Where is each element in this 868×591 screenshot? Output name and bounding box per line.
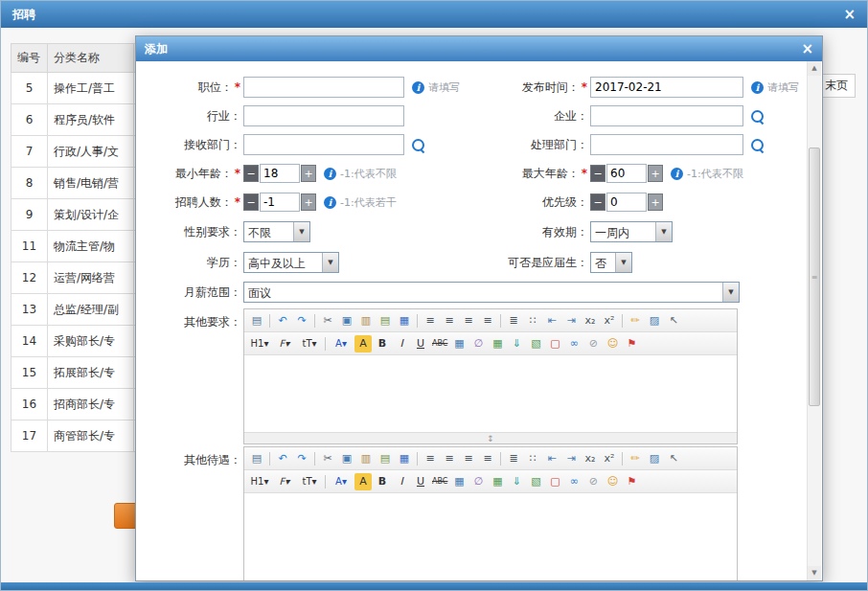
highlight-color-icon[interactable]: A [354, 473, 372, 490]
min-age-input[interactable] [260, 164, 300, 183]
fresh-graduate-select[interactable]: 否 ▼ [590, 252, 632, 273]
pagination-last-page[interactable]: 末页 [817, 74, 856, 98]
indent-icon[interactable]: ⇥ [562, 312, 580, 330]
align-center-icon[interactable]: ≡ [441, 312, 458, 330]
emoticon-icon[interactable]: ☺ [604, 335, 621, 352]
quick-format-icon[interactable]: ▨ [646, 450, 663, 467]
paragraph-format-icon[interactable]: H1▾ [248, 473, 271, 490]
paste-icon[interactable]: ▥ [357, 312, 375, 330]
salary-range-select[interactable]: 面议 ▼ [243, 282, 740, 303]
paste-word-icon[interactable]: ▦ [396, 312, 413, 330]
max-age-input[interactable] [606, 164, 647, 183]
highlight-color-icon[interactable]: A [354, 335, 372, 352]
unlink-icon[interactable]: ⊘ [584, 335, 602, 352]
align-justify-icon[interactable]: ≡ [479, 450, 496, 467]
enterprise-input[interactable] [590, 105, 743, 126]
ordered-list-icon[interactable]: ≣ [505, 450, 522, 467]
increment-button[interactable]: + [301, 193, 316, 211]
italic-icon[interactable]: I [393, 473, 410, 490]
outdent-icon[interactable]: ⇤ [543, 450, 560, 467]
insert-media-icon[interactable]: ▢ [546, 473, 563, 490]
copy-icon[interactable]: ▣ [338, 312, 355, 330]
strikethrough-icon[interactable]: ABC [431, 473, 448, 490]
dropdown-arrow-icon[interactable]: ▼ [655, 222, 672, 241]
map-flag-icon[interactable]: ⚑ [623, 473, 640, 490]
align-left-icon[interactable]: ≡ [422, 450, 439, 467]
window-close-icon[interactable]: × [843, 8, 856, 22]
copy-icon[interactable]: ▣ [338, 450, 355, 467]
redo-icon[interactable]: ↷ [293, 312, 310, 330]
increment-button[interactable]: + [648, 193, 663, 211]
recruit-count-input[interactable] [260, 193, 300, 212]
align-right-icon[interactable]: ≡ [460, 312, 477, 330]
gender-select[interactable]: 不限 ▼ [243, 221, 310, 242]
undo-icon[interactable]: ↶ [274, 312, 291, 330]
paste-icon[interactable]: ▥ [357, 450, 375, 467]
cut-icon[interactable]: ✂ [319, 450, 336, 467]
align-justify-icon[interactable]: ≡ [479, 312, 496, 330]
dropdown-arrow-icon[interactable]: ▼ [615, 253, 631, 272]
scrollbar-thumb[interactable]: ≡ [809, 148, 820, 406]
superscript-icon[interactable]: x² [601, 450, 618, 467]
underline-icon[interactable]: U [412, 335, 429, 352]
unordered-list-icon[interactable]: ∷ [524, 450, 541, 467]
decrement-button[interactable]: − [590, 165, 605, 182]
font-family-icon[interactable]: F▾ [273, 335, 296, 352]
scroll-down-icon[interactable]: ▼ [808, 566, 821, 580]
validity-select[interactable]: 一周内 ▼ [590, 221, 673, 242]
quick-format-icon[interactable]: ▨ [646, 312, 663, 330]
indent-icon[interactable]: ⇥ [562, 450, 580, 467]
select-all-icon[interactable]: ↖ [665, 312, 682, 330]
select-all-icon[interactable]: ↖ [665, 450, 682, 467]
table-grid-icon[interactable]: ▦ [450, 473, 468, 490]
resize-handle[interactable]: ↕ [487, 434, 494, 443]
industry-input[interactable] [243, 105, 404, 126]
priority-input[interactable] [606, 193, 647, 212]
outdent-icon[interactable]: ⇤ [543, 312, 560, 330]
text-color-icon[interactable]: A▾ [330, 335, 353, 352]
italic-icon[interactable]: I [393, 335, 410, 352]
font-family-icon[interactable]: F▾ [273, 473, 296, 490]
dialog-close-icon[interactable]: × [801, 42, 813, 57]
align-center-icon[interactable]: ≡ [441, 450, 458, 467]
emoticon-icon[interactable]: ☺ [604, 473, 621, 490]
font-size-icon[interactable]: tT▾ [298, 473, 321, 490]
link-icon[interactable]: ∞ [565, 335, 582, 352]
format-brush-icon[interactable]: ✏ [627, 450, 644, 467]
cut-icon[interactable]: ✂ [319, 312, 336, 330]
underline-icon[interactable]: U [412, 473, 429, 490]
handle-dept-input[interactable] [590, 134, 743, 155]
source-code-icon[interactable]: ▤ [248, 312, 265, 330]
table-grid-icon[interactable]: ▦ [450, 335, 468, 352]
dialog-scrollbar[interactable]: ▲ ≡ ▼ [807, 61, 821, 580]
insert-download-icon[interactable]: ⇓ [508, 473, 525, 490]
receive-dept-input[interactable] [243, 134, 404, 155]
link-icon[interactable]: ∞ [565, 473, 582, 490]
font-size-icon[interactable]: tT▾ [298, 335, 321, 352]
increment-button[interactable]: + [648, 165, 663, 182]
insert-image-icon[interactable]: ▧ [527, 335, 544, 352]
publish-time-input[interactable] [590, 77, 743, 98]
subscript-icon[interactable]: x₂ [582, 312, 599, 330]
format-brush-icon[interactable]: ✏ [627, 312, 644, 330]
paste-text-icon[interactable]: ▤ [377, 450, 394, 467]
text-color-icon[interactable]: A▾ [330, 473, 353, 490]
dropdown-arrow-icon[interactable]: ▼ [322, 253, 338, 272]
bold-icon[interactable]: B [374, 473, 391, 490]
superscript-icon[interactable]: x² [601, 312, 618, 330]
decrement-button[interactable]: − [243, 165, 259, 182]
paragraph-format-icon[interactable]: H1▾ [248, 335, 271, 352]
search-icon[interactable] [750, 109, 765, 124]
other-requirements-content[interactable] [244, 355, 737, 432]
paste-text-icon[interactable]: ▤ [377, 312, 394, 330]
align-right-icon[interactable]: ≡ [460, 450, 477, 467]
ordered-list-icon[interactable]: ≣ [505, 312, 522, 330]
insert-table-icon[interactable]: ▦ [489, 473, 506, 490]
insert-download-icon[interactable]: ⇓ [508, 335, 525, 352]
strikethrough-icon[interactable]: ABC [431, 335, 448, 352]
eraser-icon[interactable]: ∅ [469, 473, 487, 490]
decrement-button[interactable]: − [243, 193, 259, 211]
eraser-icon[interactable]: ∅ [469, 335, 487, 352]
bold-icon[interactable]: B [374, 335, 391, 352]
search-icon[interactable] [411, 138, 425, 152]
